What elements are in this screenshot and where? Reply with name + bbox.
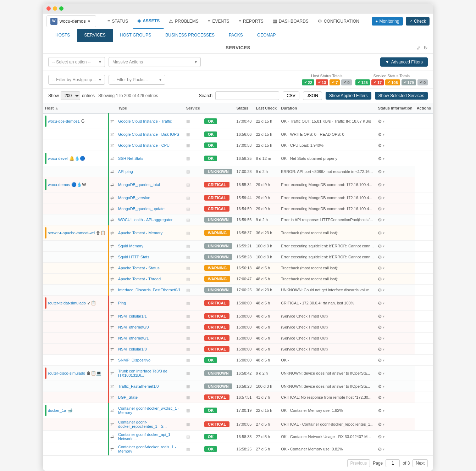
previous-button[interactable]: Previous	[347, 459, 370, 467]
service-name[interactable]: MongoDB_version	[118, 196, 150, 200]
service-name[interactable]: Interface_Discards_FastEthernet0/1	[118, 288, 181, 292]
expand-icon[interactable]: ⤢	[416, 45, 421, 51]
minimize-btn[interactable]	[53, 6, 57, 11]
gear-icon[interactable]: ⚙	[378, 206, 382, 212]
sub-nav-services[interactable]: SERVICES	[77, 29, 112, 42]
gear-icon[interactable]: ⚙	[378, 384, 382, 389]
actions-chevron[interactable]: ▾	[383, 218, 384, 222]
nav-problems[interactable]: ⚠ PROBLEMS	[165, 13, 203, 29]
maximize-btn[interactable]	[59, 6, 63, 11]
sub-nav-geomap[interactable]: GEOMAP	[250, 29, 283, 42]
actions-chevron[interactable]: ▾	[383, 183, 384, 187]
gear-icon[interactable]: ⚙	[378, 301, 382, 306]
search-input[interactable]	[215, 91, 279, 100]
service-name[interactable]: Apache Tomcat - Status	[118, 266, 160, 270]
nav-dashboards[interactable]: ▦ DASHBOARDS	[269, 13, 313, 29]
actions-chevron[interactable]: ▾	[383, 358, 384, 362]
csv-button[interactable]: CSV	[283, 91, 299, 100]
service-name[interactable]: Container gconf-docker_wkdisc_1 - Memory	[118, 406, 179, 415]
host-name[interactable]: router-cisco-simulado	[48, 371, 85, 375]
actions-chevron[interactable]: ▾	[383, 385, 384, 388]
gear-icon[interactable]: ⚙	[378, 358, 382, 363]
gear-icon[interactable]: ⚙	[378, 132, 382, 137]
service-name[interactable]: BGP_State	[118, 395, 138, 399]
service-name[interactable]: Google Cloud Instance - Traffic	[118, 119, 172, 123]
host-name[interactable]: wocu-gce-demos1	[48, 119, 80, 123]
service-name[interactable]: API ping	[118, 169, 133, 174]
gear-icon[interactable]: ⚙	[378, 447, 382, 452]
gear-icon[interactable]: ⚙	[378, 325, 382, 330]
actions-chevron[interactable]: ▾	[383, 157, 384, 161]
service-name[interactable]: SSH Net Stats	[118, 156, 143, 161]
service-name[interactable]: NSM_cellular1/0	[118, 347, 147, 351]
nav-status[interactable]: ≡ STATUS	[103, 13, 132, 29]
actions-chevron[interactable]: ▾	[383, 244, 384, 248]
sub-nav-business[interactable]: BUSINESS PROCESSES	[158, 29, 222, 42]
refresh-icon[interactable]: ↻	[424, 45, 428, 51]
actions-chevron[interactable]: ▾	[383, 207, 384, 211]
gear-icon[interactable]: ⚙	[378, 408, 382, 413]
nav-assets[interactable]: ◈ ASSETS	[133, 13, 164, 29]
service-name[interactable]: Squid Memory	[118, 244, 143, 248]
host-name[interactable]: router-teldat-simulado	[48, 301, 86, 305]
gear-icon[interactable]: ⚙	[378, 336, 382, 341]
filter-hostgroup-dropdown[interactable]: -- Filter by Hostgroup -- ▾	[48, 75, 105, 85]
actions-chevron[interactable]: ▾	[383, 314, 384, 318]
actions-chevron[interactable]: ▾	[383, 336, 384, 340]
gear-icon[interactable]: ⚙	[378, 169, 382, 174]
actions-chevron[interactable]: ▾	[383, 119, 384, 123]
massive-actions-dropdown[interactable]: Massive Actions ▾	[109, 57, 201, 67]
service-name[interactable]: WOCU Health - API-aggregator	[118, 218, 172, 222]
gear-icon[interactable]: ⚙	[378, 143, 382, 148]
actions-chevron[interactable]: ▾	[383, 409, 384, 413]
gear-icon[interactable]: ⚙	[378, 276, 382, 282]
gear-icon[interactable]: ⚙	[378, 195, 382, 201]
service-name[interactable]: Container gconf-docker_redis_1 - Memory	[118, 445, 176, 453]
nav-reports[interactable]: ≡ REPORTS	[234, 13, 267, 29]
service-name[interactable]: Squid HTTP Stats	[118, 255, 149, 259]
gear-icon[interactable]: ⚙	[378, 182, 382, 187]
gear-icon[interactable]: ⚙	[378, 265, 382, 271]
gear-icon[interactable]: ⚙	[378, 230, 382, 236]
gear-icon[interactable]: ⚙	[378, 395, 382, 400]
gear-icon[interactable]: ⚙	[378, 243, 382, 249]
sub-nav-hostgroups[interactable]: HOST GROUPS	[113, 29, 158, 42]
actions-chevron[interactable]: ▾	[383, 277, 384, 281]
service-name[interactable]: NSM_cellular1/1	[118, 314, 147, 318]
host-name[interactable]: docker_1a	[48, 408, 66, 413]
service-name[interactable]: Apache Tomcat - Thread	[118, 277, 161, 281]
actions-chevron[interactable]: ▾	[383, 288, 384, 292]
actions-chevron[interactable]: ▾	[383, 435, 384, 439]
actions-chevron[interactable]: ▾	[383, 347, 384, 351]
gear-icon[interactable]: ⚙	[378, 347, 382, 352]
select-option-dropdown[interactable]: -- Select an option -- ▾	[48, 57, 105, 67]
actions-chevron[interactable]: ▾	[383, 266, 384, 270]
service-name[interactable]: Traffic_FastEthernet1/0	[118, 384, 159, 388]
page-input[interactable]	[386, 459, 400, 467]
gear-icon[interactable]: ⚙	[378, 314, 382, 319]
service-name[interactable]: MongoDB_queries_total	[118, 183, 160, 187]
actions-chevron[interactable]: ▾	[383, 422, 384, 426]
gear-icon[interactable]: ⚙	[378, 254, 382, 260]
gear-icon[interactable]: ⚙	[378, 434, 382, 439]
json-button[interactable]: JSON	[303, 91, 322, 100]
next-button[interactable]: Next	[413, 459, 428, 467]
actions-chevron[interactable]: ▾	[383, 133, 384, 136]
service-name[interactable]: Google Cloud Instance - CPU	[118, 143, 170, 147]
service-name[interactable]: Trunk con interface Te3/3 de ITX100131Dl…	[118, 369, 167, 377]
actions-chevron[interactable]: ▾	[383, 301, 384, 305]
host-name[interactable]: server-r-apache-tomcat-wd	[48, 231, 95, 235]
nav-configuration[interactable]: ⚙ CONFIGURATION	[314, 13, 364, 29]
host-name[interactable]: wocu-devel	[48, 156, 68, 161]
applied-filters-button[interactable]: Show Applied Filters	[326, 92, 371, 100]
service-name[interactable]: NSM_ethernet0/1	[118, 336, 149, 340]
actions-chevron[interactable]: ▾	[383, 255, 384, 259]
actions-chevron[interactable]: ▾	[383, 231, 384, 235]
actions-chevron[interactable]: ▾	[383, 447, 384, 451]
filter-packs-dropdown[interactable]: -- Filter by Packs -- ▾	[109, 75, 165, 85]
selected-services-button[interactable]: Show Selected Services	[375, 92, 428, 100]
gear-icon[interactable]: ⚙	[378, 371, 382, 376]
advanced-filters-button[interactable]: ▼ Advanced Filters	[380, 57, 428, 67]
service-name[interactable]: MongoDB_queries_update	[118, 207, 165, 211]
service-name[interactable]: Container gconf-docker_repoclientes_1 - …	[118, 420, 167, 428]
